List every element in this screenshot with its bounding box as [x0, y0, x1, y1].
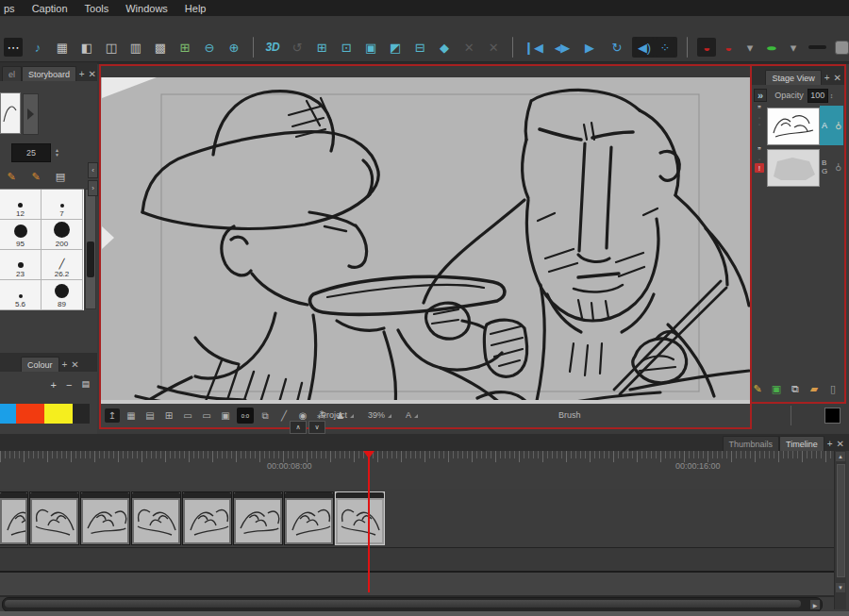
- pen-tool-b-icon[interactable]: ✎: [26, 169, 45, 184]
- thumbnails-grid-icon[interactable]: ▦: [53, 38, 72, 57]
- group-layer-icon[interactable]: ▰: [807, 381, 822, 396]
- scroll-up-button[interactable]: ▲: [836, 452, 845, 461]
- collapse-left-button[interactable]: ‹: [88, 162, 98, 178]
- layer-row-bg[interactable]: ” ▫ ! B G ⚲: [753, 147, 843, 187]
- sound-clef-icon[interactable]: ♪: [28, 38, 47, 57]
- camera-mask-icon[interactable]: ↥: [105, 408, 120, 423]
- slider-thumb[interactable]: [835, 41, 849, 55]
- drawing-canvas[interactable]: [101, 77, 750, 404]
- brush-preset[interactable]: 12: [0, 190, 42, 220]
- add-view-button[interactable]: +: [79, 69, 85, 79]
- brush-preset[interactable]: 200: [42, 220, 83, 250]
- timeline-panel-thumbnail[interactable]: [131, 491, 181, 545]
- opacity-spinner[interactable]: ↕: [830, 92, 834, 99]
- current-colour-swatch[interactable]: [824, 408, 841, 424]
- tab-colour[interactable]: Colour: [21, 357, 59, 372]
- add-vector-layer-icon[interactable]: ✎: [750, 381, 765, 396]
- collapse-right-button[interactable]: ›: [88, 180, 98, 196]
- panel-play-button[interactable]: [23, 93, 39, 135]
- layer-bg-labels[interactable]: B G ⚲: [820, 147, 843, 187]
- timeline-ruler[interactable]: 00:00:08:0000:00:16:00: [0, 451, 834, 490]
- film-strip-view-icon[interactable]: ▥: [126, 38, 145, 57]
- collapse-down-button[interactable]: ∨: [308, 421, 325, 434]
- brush-size-slider[interactable]: [808, 45, 826, 49]
- layer-a-selection[interactable]: A ⚲: [820, 106, 843, 145]
- close-view-button[interactable]: ✕: [71, 359, 78, 370]
- add-view-button[interactable]: +: [824, 73, 830, 83]
- grid-overlay-icon[interactable]: ▦: [124, 408, 139, 423]
- annotation-icon[interactable]: ”: [757, 107, 760, 114]
- layer-option-icon[interactable]: ▫: [758, 115, 760, 121]
- menu-item-tools[interactable]: Tools: [85, 3, 109, 14]
- timeline-empty-row[interactable]: [0, 573, 834, 597]
- opacity-field[interactable]: 100: [807, 89, 828, 103]
- brush-preset[interactable]: 5.6: [0, 280, 42, 310]
- add-panel-icon[interactable]: ⊞: [312, 38, 331, 57]
- timecode-overlay-icon[interactable]: 0:0: [237, 408, 254, 424]
- brush-colour-red-icon[interactable]: ◒: [719, 38, 738, 57]
- close-view-button[interactable]: ✕: [89, 69, 96, 79]
- tab-storyboard[interactable]: Storyboard: [22, 66, 76, 81]
- colored-grid-view-icon[interactable]: ⊞: [175, 38, 194, 57]
- close-view-button[interactable]: ✕: [834, 73, 841, 83]
- layer-row-a[interactable]: ” ▫ ▫ A ⚲: [753, 106, 843, 145]
- brush-preset[interactable]: 23: [0, 250, 42, 280]
- lightbulb-icon[interactable]: ⚲: [835, 121, 841, 131]
- panel-preview-thumbnail[interactable]: [0, 92, 21, 134]
- colour-swatch-blue[interactable]: [0, 404, 16, 424]
- collapse-up-button[interactable]: ∧: [290, 421, 307, 434]
- delete-disabled-icon[interactable]: ✕: [459, 38, 478, 57]
- duplicate-layer-icon[interactable]: ⧉: [788, 381, 803, 396]
- zoom-out-icon[interactable]: ⊖: [200, 38, 219, 57]
- field-grid-icon[interactable]: ⊞: [161, 408, 176, 423]
- menu-item-partial[interactable]: ps: [4, 3, 15, 14]
- brush-preset[interactable]: 7: [42, 190, 83, 220]
- playhead-line[interactable]: [368, 451, 370, 592]
- paper-options-icon[interactable]: ▤: [51, 169, 70, 184]
- tab-thumbnails[interactable]: Thumbnails: [723, 436, 780, 451]
- add-bitmap-layer-icon[interactable]: ▣: [769, 381, 784, 396]
- tab-panel-partial[interactable]: el: [2, 66, 22, 81]
- brush-preset-red-icon[interactable]: ◒: [697, 38, 716, 57]
- paste-panel-icon[interactable]: ▣: [361, 38, 380, 57]
- scrollbar-thumb[interactable]: [837, 464, 845, 577]
- project-scope-dropdown[interactable]: Project: [321, 410, 354, 420]
- brush-preset[interactable]: 89: [42, 280, 83, 310]
- menu-item-caption[interactable]: Caption: [32, 3, 68, 14]
- annotation-lock-icon[interactable]: !: [755, 163, 764, 173]
- widescreen-mask-icon[interactable]: ▭: [199, 408, 214, 423]
- layer-indicator[interactable]: A: [406, 410, 418, 420]
- scroll-right-button[interactable]: ▶: [810, 600, 820, 609]
- safe-area-icon[interactable]: ▤: [142, 408, 158, 423]
- menu-item-help[interactable]: Help: [185, 3, 207, 14]
- reposition-tool-icon[interactable]: ⊟: [410, 38, 429, 57]
- playhead-marker[interactable]: [363, 451, 375, 458]
- remove-colour-button[interactable]: −: [66, 379, 72, 391]
- audio-scrubbing-icon[interactable]: ⁘: [656, 38, 674, 57]
- add-colour-button[interactable]: +: [51, 379, 57, 391]
- tab-timeline[interactable]: Timeline: [779, 436, 824, 451]
- menu-item-windows[interactable]: Windows: [125, 3, 168, 14]
- timeline-panel-thumbnail[interactable]: [233, 491, 283, 545]
- duration-field[interactable]: 25: [11, 143, 51, 162]
- timeline-empty-row[interactable]: [0, 548, 834, 573]
- zoom-level-dropdown[interactable]: 39%: [368, 410, 391, 420]
- first-frame-icon[interactable]: ❙◀: [523, 38, 544, 57]
- layer-option-icon[interactable]: ▫: [758, 157, 760, 162]
- vertical-split-view-icon[interactable]: ◫: [102, 38, 121, 57]
- 3d-mode-icon[interactable]: 3D: [263, 38, 282, 57]
- play-icon[interactable]: ▶: [580, 38, 599, 57]
- timeline-panel-thumbnail[interactable]: [182, 491, 232, 545]
- audio-playback-icon[interactable]: ◀): [635, 38, 654, 57]
- timeline-panel-thumbnail[interactable]: [284, 491, 334, 545]
- timeline-panel-thumbnail[interactable]: [80, 491, 130, 545]
- timecode-view-icon[interactable]: ▩: [151, 38, 170, 57]
- cut-disabled-icon[interactable]: ✕: [484, 38, 503, 57]
- scrollbar-thumb[interactable]: [5, 600, 801, 608]
- lightbulb-icon[interactable]: ⚲: [835, 162, 841, 173]
- panel-collapse-button[interactable]: »: [754, 89, 767, 102]
- picture-in-picture-icon[interactable]: ⧉: [258, 408, 273, 423]
- tab-stage-view[interactable]: Stage View: [765, 70, 821, 85]
- letterbox-mask-icon[interactable]: ▭: [180, 408, 195, 423]
- timeline-panel-thumbnail[interactable]: [29, 491, 79, 545]
